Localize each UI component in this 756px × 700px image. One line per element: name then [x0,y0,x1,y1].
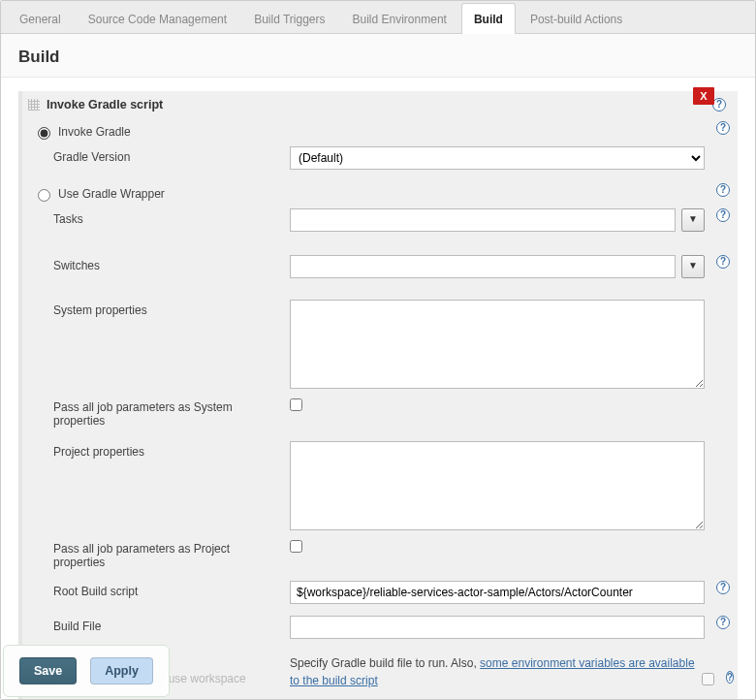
label-root-build-script: Root Build script [38,581,282,598]
tab-build[interactable]: Build [461,3,516,34]
label-gradle-version: Gradle Version [38,146,282,164]
label-pass-sys: Pass all job parameters as System proper… [38,397,282,428]
input-switches[interactable] [290,255,676,278]
label-pass-proj: Pass all job parameters as Project prope… [38,538,282,569]
input-build-file[interactable] [290,616,705,639]
input-root-build-script[interactable] [290,581,705,604]
help-icon[interactable]: ? [716,255,730,269]
help-icon[interactable]: ? [716,121,730,135]
build-panel: X Invoke Gradle script ? Invoke Gradle ? [1,78,755,700]
apply-button[interactable]: Apply [90,657,153,684]
section-title: Build [1,34,755,78]
tab-postbuild[interactable]: Post-build Actions [518,3,635,34]
checkbox-force-home[interactable] [702,673,714,685]
help-icon[interactable]: ? [716,616,730,629]
help-icon[interactable]: ? [716,581,730,594]
tab-general[interactable]: General [7,3,74,34]
build-step-gradle: X Invoke Gradle script ? Invoke Gradle ? [18,91,738,700]
delete-step-button[interactable]: X [693,87,714,105]
drag-handle-icon[interactable] [28,99,40,111]
help-icon[interactable]: ? [726,671,734,684]
save-button[interactable]: Save [19,657,77,684]
label-tasks: Tasks [38,208,282,226]
expand-switches-button[interactable]: ▼ [681,255,705,278]
radio-invoke-gradle[interactable] [38,127,50,140]
label-switches: Switches [38,255,282,272]
help-icon[interactable]: ? [712,98,726,111]
config-tabs: General Source Code Management Build Tri… [1,1,755,34]
label-project-properties: Project properties [38,441,282,459]
sticky-footer: Save Apply [3,645,170,697]
checkbox-pass-sys[interactable] [290,398,302,411]
tab-triggers[interactable]: Build Triggers [241,3,337,34]
app-frame: General Source Code Management Build Tri… [0,0,756,700]
radio-invoke-gradle-label: Invoke Gradle [58,125,131,139]
label-force-home: HOME to use workspace [117,671,714,685]
step-title: Invoke Gradle script [47,98,163,111]
help-icon[interactable]: ? [716,208,730,222]
textarea-system-properties[interactable] [290,300,705,389]
label-system-properties: System properties [38,300,282,317]
help-icon[interactable]: ? [716,183,730,197]
radio-use-wrapper[interactable] [38,189,50,202]
tab-scm[interactable]: Source Code Management [76,3,239,34]
select-gradle-version[interactable]: (Default) [290,146,705,170]
tab-environment[interactable]: Build Environment [340,3,459,34]
textarea-project-properties[interactable] [290,441,705,530]
expand-tasks-button[interactable]: ▼ [681,208,705,232]
build-step-body: Invoke Gradle script ? Invoke Gradle ? G… [18,91,738,699]
checkbox-pass-proj[interactable] [290,540,302,553]
input-tasks[interactable] [290,208,676,232]
radio-use-wrapper-label: Use Gradle Wrapper [58,187,165,201]
label-build-file: Build File [38,616,282,633]
